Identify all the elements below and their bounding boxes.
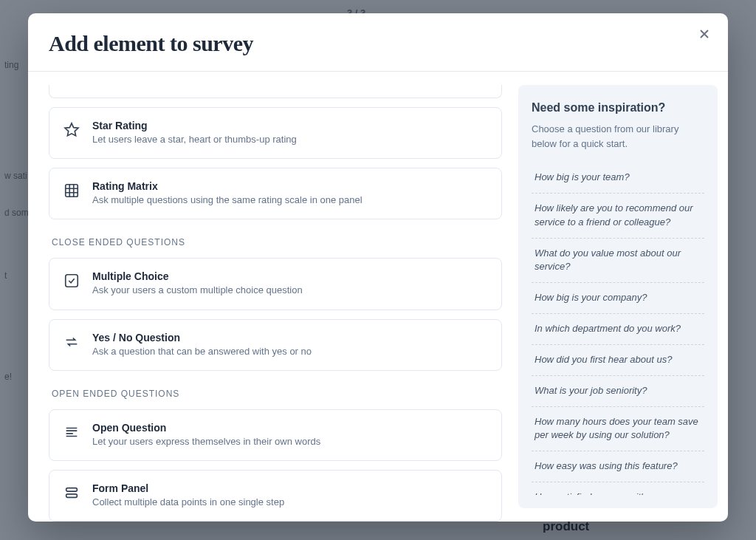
element-card-open-question[interactable]: Open Question Let your users express the… <box>49 409 502 461</box>
card-desc: Let users leave a star, heart or thumbs-… <box>92 133 488 146</box>
card-desc: Collect multiple data points in one sing… <box>92 496 488 509</box>
section-close-ended: CLOSE ENDED QUESTIONS <box>52 237 502 247</box>
close-button[interactable] <box>694 24 715 44</box>
card-title: Open Question <box>92 422 488 434</box>
element-card-rating-matrix[interactable]: Rating Matrix Ask multiple questions usi… <box>49 168 502 219</box>
text-lines-icon <box>63 423 80 441</box>
inspiration-item[interactable]: How many hours does your team save per w… <box>532 407 704 452</box>
svg-rect-3 <box>66 494 78 498</box>
inspiration-item[interactable]: What do you value most about our service… <box>532 239 704 284</box>
star-icon <box>63 121 80 139</box>
inspiration-item[interactable]: What is your job seniority? <box>532 376 704 407</box>
inspiration-subtitle: Choose a question from our library below… <box>532 122 704 151</box>
inspiration-item[interactable]: How easy was using this feature? <box>532 451 704 482</box>
card-title: Yes / No Question <box>92 332 488 344</box>
inspiration-item[interactable]: How big is your team? <box>532 163 704 194</box>
card-title: Rating Matrix <box>92 180 488 192</box>
modal-body: Star Rating Let users leave a star, hear… <box>28 72 728 522</box>
checkbox-icon <box>63 272 80 290</box>
element-card-yes-no[interactable]: Yes / No Question Ask a question that ca… <box>49 319 502 371</box>
svg-rect-1 <box>66 275 78 287</box>
card-title: Star Rating <box>92 120 488 131</box>
element-card-form-panel[interactable]: Form Panel Collect multiple data points … <box>49 470 502 522</box>
inspiration-item[interactable]: How likely are you to recommend our serv… <box>532 194 704 239</box>
grid-icon <box>63 182 80 199</box>
modal-header: Add element to survey <box>28 13 728 72</box>
element-card-multiple-choice[interactable]: Multiple Choice Ask your users a custom … <box>49 258 502 310</box>
card-desc: Ask multiple questions using the same ra… <box>92 194 488 207</box>
svg-rect-0 <box>66 185 78 197</box>
inspiration-item[interactable]: How satisfied are you with our product? <box>532 482 704 495</box>
swap-arrows-icon <box>63 333 80 351</box>
card-title: Form Panel <box>92 482 488 494</box>
inspiration-item[interactable]: How did you first hear about us? <box>532 345 704 376</box>
element-card-star-rating[interactable]: Star Rating Let users leave a star, hear… <box>49 107 502 159</box>
inspiration-item[interactable]: How big is your company? <box>532 283 704 314</box>
section-open-ended: OPEN ENDED QUESTIONS <box>52 389 502 399</box>
inspiration-panel: Need some inspiration? Choose a question… <box>518 85 718 508</box>
inspiration-title: Need some inspiration? <box>532 101 704 115</box>
form-panel-icon <box>63 484 80 502</box>
inspiration-item[interactable]: In which department do you work? <box>532 314 704 345</box>
element-card-partial[interactable] <box>49 85 502 98</box>
card-title: Multiple Choice <box>92 270 488 282</box>
card-desc: Ask your users a custom multiple choice … <box>92 284 488 297</box>
card-desc: Ask a question that can be answered with… <box>92 345 488 358</box>
modal-title: Add element to survey <box>49 31 707 56</box>
close-icon <box>698 28 710 40</box>
add-element-modal: Add element to survey Star Rating Let us… <box>28 13 728 522</box>
element-types-panel[interactable]: Star Rating Let users leave a star, hear… <box>49 85 508 522</box>
inspiration-list[interactable]: How big is your team? How likely are you… <box>532 163 704 495</box>
card-desc: Let your users express themselves in the… <box>92 435 488 448</box>
svg-rect-2 <box>66 488 78 492</box>
